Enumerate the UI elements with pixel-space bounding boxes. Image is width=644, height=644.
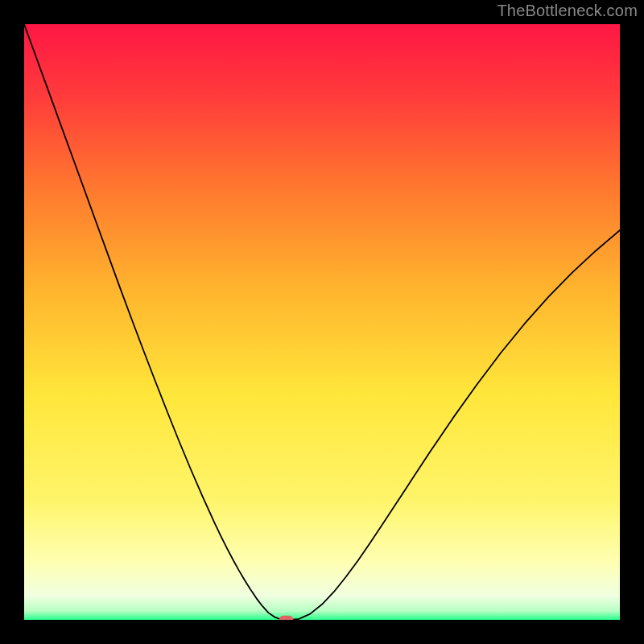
- chart-frame: TheBottleneck.com: [0, 0, 644, 644]
- plot-background: [24, 24, 620, 620]
- chart-svg: [24, 24, 620, 620]
- marker-optimal-point: [279, 616, 294, 620]
- plot-area: [24, 24, 620, 620]
- watermark-text: TheBottleneck.com: [497, 2, 638, 20]
